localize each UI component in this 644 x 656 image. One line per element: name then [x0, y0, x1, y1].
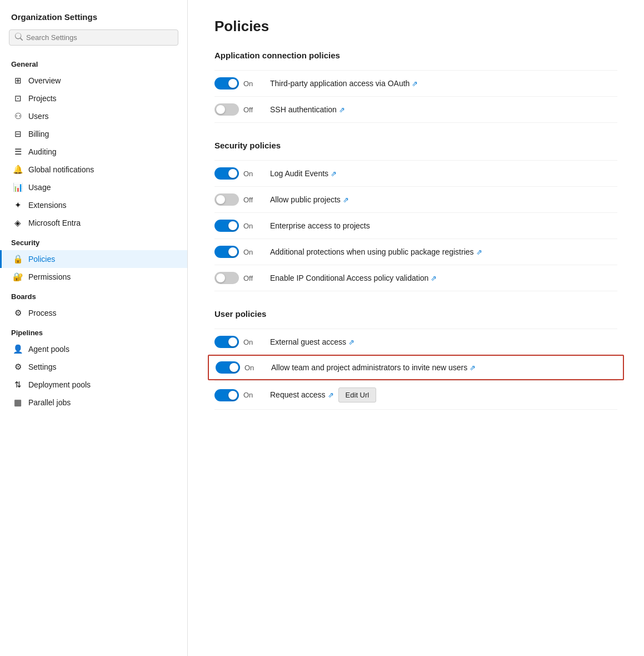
sidebar-item-label-microsoft-entra: Microsoft Entra [28, 218, 81, 227]
policy-row-log-audit: OnLog Audit Events⇗ [214, 160, 617, 186]
sidebar-item-permissions[interactable]: 🔐Permissions [0, 268, 187, 286]
toggle-ssh[interactable] [214, 103, 239, 116]
toggle-wrap-ssh: Off [214, 103, 259, 116]
global-notifications-icon: 🔔 [13, 165, 23, 175]
toggle-state-oauth: On [243, 79, 257, 88]
overview-icon: ⊞ [13, 76, 23, 86]
policy-group-label-user: User policies [214, 309, 617, 319]
policy-link-oauth[interactable]: ⇗ [412, 79, 418, 88]
toggle-log-audit[interactable] [214, 167, 239, 180]
sidebar-item-label-users: Users [28, 112, 49, 121]
toggle-thumb-oauth [228, 79, 237, 88]
toggle-enterprise-access[interactable] [214, 220, 239, 232]
toggle-state-public-projects: Off [243, 196, 257, 204]
sidebar-item-label-permissions: Permissions [28, 272, 71, 281]
toggle-thumb-enterprise-access [228, 221, 237, 230]
sidebar-item-auditing[interactable]: ☰Auditing [0, 143, 187, 161]
policy-text-public-projects: Allow public projects⇗ [270, 195, 617, 204]
toggle-invite-users[interactable] [216, 361, 240, 374]
toggle-external-guest[interactable] [214, 336, 239, 348]
sidebar: Organization Settings General⊞Overview⊡P… [0, 0, 188, 656]
toggle-oauth[interactable] [214, 77, 239, 90]
settings-icon: ⚙ [13, 362, 23, 372]
policy-text-external-guest: External guest access⇗ [270, 337, 617, 346]
toggle-thumb-request-access [228, 391, 237, 400]
sidebar-item-billing[interactable]: ⊟Billing [0, 125, 187, 143]
policy-text-log-audit: Log Audit Events⇗ [270, 169, 617, 178]
search-input[interactable] [26, 33, 172, 42]
sidebar-item-label-auditing: Auditing [28, 147, 57, 156]
toggle-state-log-audit: On [243, 170, 257, 178]
policy-text-request-access: Request access⇗Edit Url [270, 387, 617, 402]
policy-group-user: User policiesOnExternal guest access⇗OnA… [214, 309, 617, 410]
sidebar-item-parallel-jobs[interactable]: ▦Parallel jobs [0, 394, 187, 411]
search-icon [15, 33, 23, 42]
sidebar-item-agent-pools[interactable]: 👤Agent pools [0, 340, 187, 358]
toggle-wrap-package-registries: On [214, 246, 259, 258]
policy-row-enterprise-access: OnEnterprise access to projects [214, 212, 617, 238]
sidebar-item-label-parallel-jobs: Parallel jobs [28, 398, 71, 407]
policy-link-request-access[interactable]: ⇗ [328, 391, 334, 399]
process-icon: ⚙ [13, 308, 23, 318]
toggle-state-enterprise-access: On [243, 222, 257, 230]
sidebar-nav: General⊞Overview⊡Projects⚇Users⊟Billing☰… [0, 53, 187, 411]
policy-group-application-connection: Application connection policiesOnThird-p… [214, 51, 617, 123]
sidebar-item-label-agent-pools: Agent pools [28, 345, 69, 354]
policy-row-package-registries: OnAdditional protections when using publ… [214, 238, 617, 265]
toggle-request-access[interactable] [214, 389, 239, 401]
toggle-thumb-external-guest [228, 337, 237, 346]
toggle-state-invite-users: On [244, 364, 258, 372]
policies-icon: 🔒 [13, 254, 23, 264]
toggle-wrap-external-guest: On [214, 336, 259, 348]
policy-groups: Application connection policiesOnThird-p… [214, 51, 617, 410]
sidebar-item-usage[interactable]: 📊Usage [0, 178, 187, 196]
policy-link-ssh[interactable]: ⇗ [339, 106, 345, 114]
sidebar-item-extensions[interactable]: ✦Extensions [0, 196, 187, 214]
toggle-package-registries[interactable] [214, 246, 239, 258]
sidebar-item-overview[interactable]: ⊞Overview [0, 72, 187, 90]
toggle-state-ip-conditional: Off [243, 274, 257, 282]
toggle-state-package-registries: On [243, 248, 257, 256]
billing-icon: ⊟ [13, 129, 23, 139]
sidebar-item-label-global-notifications: Global notifications [28, 165, 94, 174]
users-icon: ⚇ [13, 111, 23, 121]
sidebar-item-deployment-pools[interactable]: ⇅Deployment pools [0, 376, 187, 394]
toggle-wrap-ip-conditional: Off [214, 272, 259, 284]
edit-url-button-request-access[interactable]: Edit Url [338, 387, 377, 402]
policy-row-external-guest: OnExternal guest access⇗ [214, 329, 617, 355]
sidebar-item-label-projects: Projects [28, 94, 57, 103]
toggle-ip-conditional[interactable] [214, 272, 239, 284]
projects-icon: ⊡ [13, 93, 23, 103]
sidebar-item-global-notifications[interactable]: 🔔Global notifications [0, 161, 187, 178]
usage-icon: 📊 [13, 182, 23, 192]
sidebar-item-label-deployment-pools: Deployment pools [28, 380, 91, 389]
microsoft-entra-icon: ◈ [13, 218, 23, 228]
search-box[interactable] [9, 29, 178, 46]
sidebar-item-policies[interactable]: 🔒Policies [0, 250, 187, 268]
policy-row-public-projects: OffAllow public projects⇗ [214, 186, 617, 212]
policy-link-invite-users[interactable]: ⇗ [470, 364, 476, 372]
policy-link-ip-conditional[interactable]: ⇗ [431, 274, 437, 282]
policy-link-log-audit[interactable]: ⇗ [331, 170, 337, 178]
toggle-thumb-log-audit [228, 169, 237, 178]
sidebar-item-projects[interactable]: ⊡Projects [0, 90, 187, 107]
page-title: Policies [214, 18, 617, 35]
policy-row-invite-users: OnAllow team and project administrators … [208, 355, 624, 380]
sidebar-item-label-extensions: Extensions [28, 201, 66, 210]
policy-link-external-guest[interactable]: ⇗ [348, 338, 355, 346]
sidebar-title: Organization Settings [0, 7, 187, 29]
sidebar-item-label-billing: Billing [28, 130, 49, 138]
policy-link-public-projects[interactable]: ⇗ [343, 196, 349, 204]
sidebar-item-microsoft-entra[interactable]: ◈Microsoft Entra [0, 214, 187, 232]
toggle-wrap-public-projects: Off [214, 193, 259, 206]
policy-link-package-registries[interactable]: ⇗ [476, 248, 482, 256]
policy-text-ip-conditional: Enable IP Conditional Access policy vali… [270, 274, 617, 282]
sidebar-item-label-usage: Usage [28, 183, 51, 192]
toggle-wrap-invite-users: On [216, 361, 260, 374]
sidebar-item-settings[interactable]: ⚙Settings [0, 358, 187, 376]
policy-text-package-registries: Additional protections when using public… [270, 247, 617, 256]
sidebar-item-process[interactable]: ⚙Process [0, 304, 187, 322]
toggle-public-projects[interactable] [214, 193, 239, 206]
main-content: Policies Application connection policies… [188, 0, 644, 656]
sidebar-item-users[interactable]: ⚇Users [0, 107, 187, 125]
